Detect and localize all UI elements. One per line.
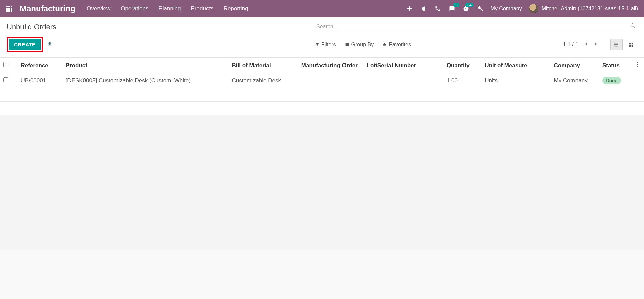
cell-bom: Customizable Desk xyxy=(229,73,298,88)
th-status[interactable]: Status xyxy=(599,58,634,73)
phone-icon[interactable] xyxy=(434,5,442,12)
create-button[interactable]: CREATE xyxy=(9,39,41,50)
export-icon[interactable] xyxy=(47,41,53,48)
table-row[interactable]: UB/00001 [DESK0005] Customizable Desk (C… xyxy=(0,73,644,88)
search-input[interactable] xyxy=(315,22,637,32)
cell-status: Done xyxy=(599,73,634,88)
cell-product: [DESK0005] Customizable Desk (Custom, Wh… xyxy=(62,73,229,88)
pager-prev[interactable] xyxy=(584,42,588,48)
avatar xyxy=(529,4,538,13)
th-company[interactable]: Company xyxy=(551,58,599,73)
user-menu[interactable]: Mitchell Admin (16742131-saas-15-1-all) xyxy=(529,4,638,13)
tools-icon[interactable] xyxy=(476,5,484,12)
view-kanban-button[interactable] xyxy=(625,39,637,50)
app-brand[interactable]: Manufacturing xyxy=(20,4,75,13)
cell-reference: UB/00001 xyxy=(17,73,62,88)
search-options: Filters Group By Favorites xyxy=(315,42,411,48)
unbuild-table: Reference Product Bill of Material Manuf… xyxy=(0,57,644,115)
svg-point-1 xyxy=(637,64,638,65)
menu-overview[interactable]: Overview xyxy=(87,5,110,12)
search-icon[interactable] xyxy=(630,23,636,30)
table-header-row: Reference Product Bill of Material Manuf… xyxy=(0,58,644,73)
th-bom[interactable]: Bill of Material xyxy=(229,58,298,73)
menu-reporting[interactable]: Reporting xyxy=(224,5,248,12)
favorites-button[interactable]: Favorites xyxy=(382,42,411,48)
plus-icon[interactable] xyxy=(406,5,413,12)
search-container xyxy=(315,22,637,32)
activities-icon[interactable]: 34 xyxy=(462,5,470,12)
bug-icon[interactable] xyxy=(420,5,427,12)
cell-mo xyxy=(298,73,364,88)
main-menu: Overview Operations Planning Products Re… xyxy=(87,5,248,12)
cell-lot xyxy=(364,73,443,88)
cell-qty: 1.00 xyxy=(443,73,481,88)
select-all-checkbox[interactable] xyxy=(3,62,8,67)
menu-products[interactable]: Products xyxy=(191,5,214,12)
pager-text: 1-1 / 1 xyxy=(563,42,578,48)
top-navbar: Manufacturing Overview Operations Planni… xyxy=(0,0,644,17)
table-spacer xyxy=(0,88,644,102)
pager: 1-1 / 1 xyxy=(563,42,598,48)
pager-next[interactable] xyxy=(594,42,598,48)
apps-icon[interactable] xyxy=(6,6,12,12)
groupby-button[interactable]: Group By xyxy=(345,42,374,48)
th-uom[interactable]: Unit of Measure xyxy=(481,58,550,73)
th-mo[interactable]: Manufacturing Order xyxy=(298,58,364,73)
favorites-label: Favorites xyxy=(389,42,411,48)
menu-operations[interactable]: Operations xyxy=(121,5,148,12)
status-badge: Done xyxy=(602,77,621,84)
cell-uom: Units xyxy=(481,73,550,88)
th-lot[interactable]: Lot/Serial Number xyxy=(364,58,443,73)
navbar-right: 5 34 My Company Mitchell Admin (16742131… xyxy=(406,4,638,13)
filters-label: Filters xyxy=(321,42,336,48)
control-panel: Unbuild Orders CREATE Filters Group By xyxy=(0,17,644,57)
view-switcher xyxy=(610,39,637,50)
groupby-label: Group By xyxy=(351,42,374,48)
messages-icon[interactable]: 5 xyxy=(448,5,456,12)
filters-button[interactable]: Filters xyxy=(315,42,336,48)
th-product[interactable]: Product xyxy=(62,58,229,73)
company-switcher[interactable]: My Company xyxy=(491,6,522,12)
list-view: Reference Product Bill of Material Manuf… xyxy=(0,57,644,115)
breadcrumb: Unbuild Orders xyxy=(7,23,56,31)
create-highlight: CREATE xyxy=(7,37,43,52)
row-checkbox[interactable] xyxy=(3,77,8,82)
user-name: Mitchell Admin (16742131-saas-15-1-all) xyxy=(542,6,638,12)
cell-company: My Company xyxy=(551,73,599,88)
empty-area xyxy=(0,115,644,250)
svg-point-0 xyxy=(637,62,638,63)
svg-point-2 xyxy=(637,66,638,67)
table-footer xyxy=(0,102,644,115)
th-qty[interactable]: Quantity xyxy=(443,58,481,73)
view-list-button[interactable] xyxy=(610,39,623,50)
th-reference[interactable]: Reference xyxy=(17,58,62,73)
messages-badge: 5 xyxy=(453,3,459,7)
menu-planning[interactable]: Planning xyxy=(158,5,181,12)
th-options[interactable] xyxy=(634,58,644,73)
activities-badge: 34 xyxy=(465,3,473,7)
